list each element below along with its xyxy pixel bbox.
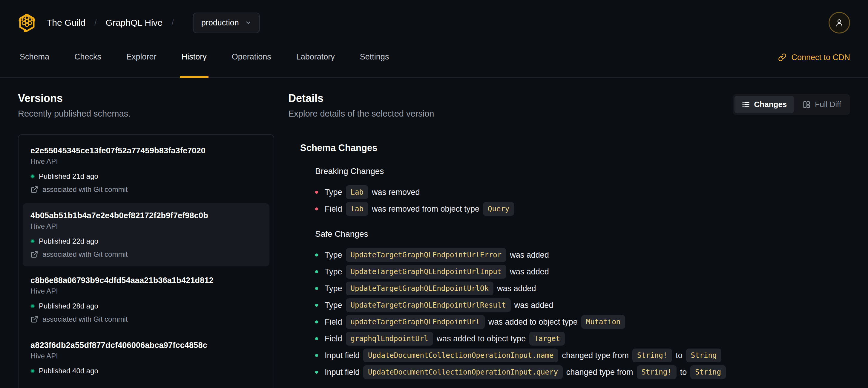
code-chip: UpdateTargetGraphQLEndpointUrlResult: [346, 298, 511, 312]
tab-history[interactable]: History: [180, 38, 209, 78]
versions-title: Versions: [18, 92, 274, 105]
breadcrumb-separator: /: [94, 18, 97, 28]
tab-label: Operations: [232, 52, 271, 62]
version-status-text: Published 28d ago: [39, 302, 98, 310]
change-text: Field: [325, 334, 342, 344]
code-chip: updateTargetGraphQLEndpointUrl: [346, 315, 485, 329]
change-row: FieldupdateTargetGraphQLEndpointUrlwas a…: [315, 315, 850, 329]
tab-settings[interactable]: Settings: [358, 38, 391, 78]
breadcrumb-org[interactable]: The Guild: [46, 18, 86, 28]
tab-checks[interactable]: Checks: [72, 38, 103, 78]
nav-tabs-row: SchemaChecksExplorerHistoryOperationsLab…: [0, 38, 868, 78]
code-chip: UpdateTargetGraphQLEndpointUrlOk: [346, 281, 493, 295]
tab-schema[interactable]: Schema: [18, 38, 51, 78]
change-group: Breaking ChangesTypeLabwas removedFieldl…: [300, 167, 850, 216]
change-text: Type: [325, 188, 342, 197]
target-selector-dropdown[interactable]: production: [193, 12, 260, 33]
tab-label: Schema: [20, 52, 49, 62]
version-list-item[interactable]: 4b05ab51b1b4a7e2e4b0ef82172f2b9f7ef98c0b…: [23, 203, 270, 266]
change-list: TypeLabwas removedFieldlabwas removed fr…: [315, 185, 850, 216]
tab-explorer[interactable]: Explorer: [125, 38, 158, 78]
top-header: The Guild / GraphQL Hive / production: [0, 0, 868, 38]
change-bullet-icon: [315, 191, 318, 194]
connect-to-cdn-label: Connect to CDN: [791, 53, 850, 62]
schema-changes-sections: Breaking ChangesTypeLabwas removedFieldl…: [300, 167, 850, 379]
change-bullet-icon: [315, 371, 318, 374]
git-commit-label: associated with Git commit: [42, 315, 128, 323]
full-diff-view-button[interactable]: Full Diff: [795, 96, 848, 113]
code-chip: graphqlEndpointUrl: [346, 332, 433, 346]
version-list-item[interactable]: a823f6db2a55df877dcf406006abca97fcc4858c…: [23, 333, 270, 383]
change-text: changed type from: [562, 351, 629, 360]
link-icon: [778, 53, 786, 62]
change-text: to: [676, 351, 683, 360]
change-bullet-icon: [315, 321, 318, 323]
version-service-name: Hive API: [30, 157, 262, 166]
change-list: TypeUpdateTargetGraphQLEndpointUrlErrorw…: [315, 248, 850, 379]
version-list-item[interactable]: c8b6e88a06793b9c4dfd54aaa21b36a1b421d812…: [23, 268, 270, 331]
change-text: was added: [514, 301, 554, 310]
changes-view-button[interactable]: Changes: [735, 96, 794, 113]
change-text: Input field: [325, 351, 360, 360]
chevron-down-icon: [245, 20, 251, 26]
change-text: Type: [325, 250, 342, 260]
versions-panel: Versions Recently published schemas. e2e…: [18, 92, 274, 388]
code-chip: UpdateDocumentCollectionOperationInput.q…: [363, 365, 563, 379]
git-commit-link[interactable]: associated with Git commit: [30, 315, 262, 323]
change-row: Fieldlabwas removed from object typeQuer…: [315, 202, 850, 216]
change-text: was added: [510, 250, 549, 260]
code-chip: String: [690, 365, 726, 379]
user-menu-button[interactable]: [829, 12, 850, 33]
change-group-title: Breaking Changes: [315, 167, 850, 176]
full-diff-view-label: Full Diff: [815, 100, 841, 109]
code-chip: String!: [637, 365, 677, 379]
version-status-text: Published 40d ago: [39, 367, 98, 375]
change-group: Safe ChangesTypeUpdateTargetGraphQLEndpo…: [300, 229, 850, 379]
code-chip: Query: [483, 202, 514, 216]
published-dot-icon: [30, 369, 35, 373]
change-bullet-icon: [315, 287, 318, 290]
version-list-item[interactable]: e2e55045345ce13fe07f52a77459b83fa3fe7020…: [23, 139, 270, 202]
list-icon: [742, 100, 750, 109]
change-row: TypeUpdateTargetGraphQLEndpointUrlErrorw…: [315, 248, 850, 262]
code-chip: Mutation: [581, 315, 625, 329]
version-status-text: Published 22d ago: [39, 237, 98, 245]
external-link-icon: [30, 250, 38, 258]
git-commit-link[interactable]: associated with Git commit: [30, 250, 262, 259]
view-toggle-group: Changes Full Diff: [733, 94, 850, 115]
breadcrumb-separator: /: [172, 18, 174, 28]
version-status-row: Published 28d ago: [30, 302, 262, 310]
breadcrumb-project[interactable]: GraphQL Hive: [106, 18, 163, 28]
main-content: Versions Recently published schemas. e2e…: [0, 78, 868, 388]
code-chip: UpdateDocumentCollectionOperationInput.n…: [363, 349, 558, 362]
version-status-text: Published 21d ago: [39, 172, 98, 181]
version-hash: e2e55045345ce13fe07f52a77459b83fa3fe7020: [30, 146, 262, 155]
version-service-name: Hive API: [30, 222, 262, 231]
code-chip: UpdateTargetGraphQLEndpointUrlInput: [346, 265, 506, 278]
version-service-name: Hive API: [30, 287, 262, 295]
git-commit-link[interactable]: associated with Git commit: [30, 185, 262, 194]
tab-laboratory[interactable]: Laboratory: [294, 38, 337, 78]
tab-operations[interactable]: Operations: [230, 38, 273, 78]
change-text: Field: [325, 205, 342, 214]
nav-tabs: SchemaChecksExplorerHistoryOperationsLab…: [18, 38, 391, 77]
code-chip: Lab: [346, 185, 368, 199]
published-dot-icon: [30, 174, 35, 178]
hive-logo-icon[interactable]: [18, 13, 36, 32]
change-row: TypeUpdateTargetGraphQLEndpointUrlInputw…: [315, 265, 850, 279]
change-bullet-icon: [315, 207, 318, 210]
tab-label: Explorer: [126, 52, 156, 62]
version-hash: 4b05ab51b1b4a7e2e4b0ef82172f2b9f7ef98c0b: [30, 211, 262, 220]
version-status-row: Published 22d ago: [30, 237, 262, 245]
version-status-row: Published 40d ago: [30, 367, 262, 375]
version-service-name: Hive API: [30, 352, 262, 360]
git-commit-label: associated with Git commit: [42, 185, 128, 194]
connect-to-cdn-link[interactable]: Connect to CDN: [778, 38, 850, 77]
code-chip: UpdateTargetGraphQLEndpointUrlError: [346, 248, 506, 262]
change-text: Field: [325, 318, 342, 327]
external-link-icon: [30, 186, 38, 193]
published-dot-icon: [30, 239, 35, 243]
target-selector-value: production: [201, 18, 239, 28]
version-hash: a823f6db2a55df877dcf406006abca97fcc4858c: [30, 341, 262, 350]
change-row: Input fieldUpdateDocumentCollectionOpera…: [315, 365, 850, 379]
